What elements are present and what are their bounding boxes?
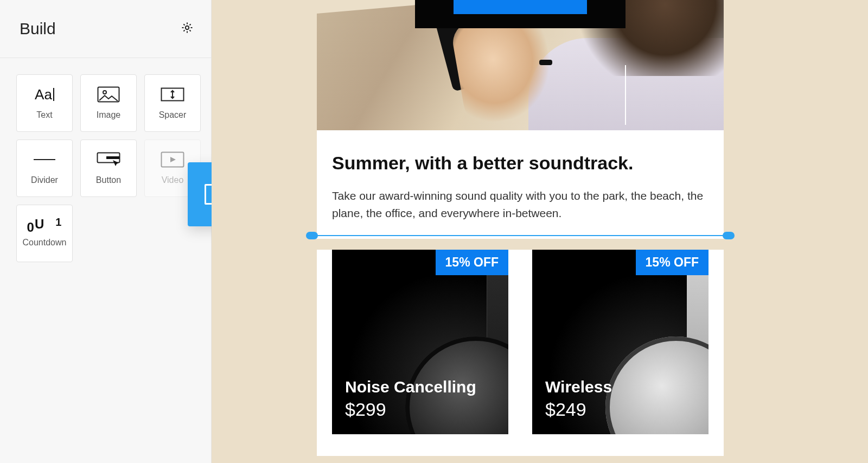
block-label: Video [162, 175, 184, 185]
countdown-icon: 0U1 [33, 219, 56, 236]
image-icon [97, 86, 120, 103]
block-button[interactable]: Button [80, 139, 137, 197]
hero-card: SHOP NOW [415, 0, 626, 28]
text-icon: Aa [33, 86, 56, 103]
drop-handle-left[interactable] [306, 232, 318, 239]
discount-badge: 15% OFF [436, 250, 508, 275]
block-label: Divider [31, 175, 58, 185]
product-card[interactable]: 15% OFF Wireless $249 [532, 250, 709, 434]
product-price: $299 [345, 399, 386, 420]
block-countdown[interactable]: 0U1 Countdown [16, 205, 73, 262]
block-image[interactable]: Image [80, 74, 137, 132]
svg-point-2 [103, 91, 106, 94]
section-headline: Summer, with a better soundtrack. [332, 152, 709, 174]
svg-point-0 [186, 26, 189, 29]
drop-indicator [306, 231, 735, 240]
builder-sidebar: Build Aa Text Image Spacer Divider [0, 0, 212, 463]
block-spacer[interactable]: Spacer [144, 74, 201, 132]
section-body: Take our award-winning sound quality wit… [332, 187, 706, 223]
discount-badge: 15% OFF [636, 250, 709, 275]
email-canvas[interactable]: SHOP NOW Summer, with a better soundtrac… [212, 0, 868, 463]
spacer-icon [161, 86, 184, 103]
gear-icon[interactable] [181, 21, 194, 36]
block-label: Spacer [159, 110, 187, 120]
drop-handle-right[interactable] [723, 232, 735, 239]
text-section[interactable]: Summer, with a better soundtrack. Take o… [317, 129, 724, 239]
sidebar-title: Build [20, 20, 56, 38]
product-card[interactable]: 15% OFF Noise Cancelling $299 [332, 250, 508, 434]
block-label: Image [97, 110, 120, 120]
shop-now-button[interactable]: SHOP NOW [454, 0, 586, 14]
button-icon [97, 151, 120, 168]
block-divider[interactable]: Divider [16, 139, 73, 197]
block-text[interactable]: Aa Text [16, 74, 73, 132]
block-label: Countdown [23, 238, 67, 248]
video-icon [161, 151, 184, 168]
product-price: $249 [545, 399, 586, 420]
block-label: Button [96, 175, 121, 185]
sidebar-header: Build [0, 0, 211, 58]
svg-rect-6 [106, 156, 119, 159]
product-row: 15% OFF Noise Cancelling $299 15% OFF Wi… [317, 250, 724, 456]
product-name: Wireless [545, 378, 612, 396]
product-name: Noise Cancelling [345, 378, 476, 396]
block-label: Text [36, 110, 52, 120]
block-palette: Aa Text Image Spacer Divider Butto [0, 58, 211, 278]
divider-icon [33, 151, 56, 168]
